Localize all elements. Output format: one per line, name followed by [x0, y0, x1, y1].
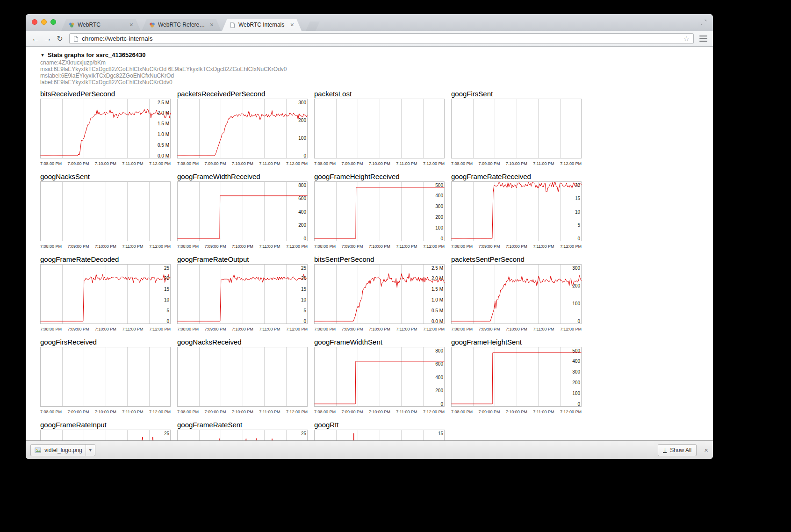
chart-title: googFrameRateReceived [451, 173, 582, 180]
chart-plot [451, 99, 582, 158]
tab-webrtc[interactable]: WebRTC × [61, 19, 141, 31]
fullscreen-icon[interactable] [700, 19, 707, 26]
y-tick-label: 0.5 M [158, 143, 169, 148]
close-downloads-icon[interactable]: × [704, 446, 708, 454]
x-axis-labels: 7:08:00 PM7:09:00 PM7:10:00 PM7:11:00 PM… [177, 409, 308, 415]
address-bar[interactable]: chrome://webrtc-internals ☆ [69, 33, 694, 44]
x-tick-label: 7:08:00 PM [177, 326, 199, 332]
x-tick-label: 7:10:00 PM [95, 326, 116, 332]
y-tick-label: 5 [303, 308, 306, 313]
y-tick-label: 15 [164, 287, 170, 292]
x-axis-labels: 7:08:00 PM7:09:00 PM7:10:00 PM7:11:00 PM… [314, 244, 445, 249]
tab-label: WebRTC [78, 22, 127, 28]
chart-googFrameHeightReceived: googFrameHeightReceived50040030020010007… [314, 173, 445, 249]
download-item[interactable]: vidtel_logo.png ▾ [30, 444, 95, 456]
menu-icon[interactable] [697, 33, 709, 45]
close-tab-icon[interactable]: × [129, 22, 133, 28]
chart-googFrameWidthReceived: googFrameWidthReceived80060040020007:08:… [177, 173, 308, 249]
x-tick-label: 7:09:00 PM [341, 244, 363, 249]
x-tick-label: 7:08:00 PM [40, 244, 62, 249]
chart-googFrameHeightSent: googFrameHeightSent50040030020010007:08:… [451, 338, 582, 415]
chart-plot: 5004003002001000 [451, 347, 582, 407]
x-tick-label: 7:12:00 PM [286, 161, 308, 166]
chart-title: packetsReceivedPerSecond [177, 90, 308, 98]
y-tick-label: 2.0 M [431, 276, 443, 281]
y-tick-label: 0 [577, 236, 580, 241]
x-tick-label: 7:09:00 PM [67, 161, 89, 166]
x-axis-labels: 7:08:00 PM7:09:00 PM7:10:00 PM7:11:00 PM… [314, 409, 445, 415]
x-tick-label: 7:08:00 PM [451, 409, 473, 415]
y-tick-label: 0.0 M [158, 153, 169, 158]
chart-googFrameRateReceived: googFrameRateReceived201510507:08:00 PM7… [451, 173, 582, 249]
x-tick-label: 7:11:00 PM [259, 244, 280, 249]
y-tick-label: 0 [166, 319, 169, 324]
x-tick-label: 7:12:00 PM [286, 244, 308, 249]
x-tick-label: 7:09:00 PM [341, 161, 363, 166]
y-tick-label: 300 [298, 100, 306, 105]
y-tick-label: 15 [301, 287, 307, 292]
zoom-window-button[interactable] [50, 19, 56, 25]
minimize-window-button[interactable] [41, 19, 47, 25]
x-tick-label: 7:11:00 PM [122, 409, 143, 415]
msid-line: msid:6E9laEYkyxIkTCxDgc82ZGoEhlCfxNuCKrO… [40, 66, 713, 72]
chart-title: googFrameRateSent [177, 421, 308, 429]
y-tick-label: 1.5 M [158, 121, 169, 126]
x-tick-label: 7:08:00 PM [451, 161, 473, 166]
y-tick-label: 10 [575, 209, 581, 215]
tab-webrtc-reference-app[interactable]: WebRTC Reference App × [142, 19, 221, 31]
x-tick-label: 7:10:00 PM [369, 244, 390, 249]
x-tick-label: 7:10:00 PM [232, 326, 253, 332]
x-tick-label: 7:11:00 PM [259, 161, 280, 166]
y-tick-label: 0 [577, 319, 580, 324]
chart-packetsLost: packetsLost7:08:00 PM7:09:00 PM7:10:00 P… [314, 90, 445, 166]
x-tick-label: 7:12:00 PM [560, 161, 582, 166]
close-tab-icon[interactable]: × [210, 22, 214, 28]
y-tick-label: 20 [164, 276, 170, 281]
chart-packetsReceivedPerSecond: packetsReceivedPerSecond30020010007:08:0… [177, 90, 308, 166]
y-tick-label: 2.5 M [158, 100, 169, 105]
reload-icon: ↻ [57, 34, 63, 43]
x-tick-label: 7:08:00 PM [177, 409, 199, 415]
chart-plot: 2520151050 [40, 430, 171, 440]
x-tick-label: 7:11:00 PM [259, 409, 280, 415]
forward-button[interactable]: → [42, 33, 54, 45]
close-window-button[interactable] [32, 19, 37, 25]
x-axis-labels: 7:08:00 PM7:09:00 PM7:10:00 PM7:11:00 PM… [451, 326, 582, 332]
x-tick-label: 7:09:00 PM [204, 161, 226, 166]
reload-button[interactable]: ↻ [54, 33, 66, 45]
back-button[interactable]: ← [29, 33, 42, 45]
chevron-down-icon[interactable]: ▾ [86, 445, 95, 456]
y-tick-label: 300 [572, 369, 580, 374]
chart-plot [40, 347, 171, 407]
x-tick-label: 7:09:00 PM [478, 161, 500, 166]
x-tick-label: 7:09:00 PM [67, 409, 89, 415]
x-tick-label: 7:08:00 PM [314, 244, 336, 249]
x-axis-labels: 7:08:00 PM7:09:00 PM7:10:00 PM7:11:00 PM… [40, 244, 171, 249]
x-tick-label: 7:12:00 PM [423, 244, 445, 249]
y-tick-label: 200 [572, 283, 580, 288]
y-tick-label: 25 [301, 266, 307, 271]
new-tab-button[interactable] [306, 22, 320, 31]
tab-webrtc-internals[interactable]: WebRTC Internals × [222, 19, 302, 31]
chart-bitsReceivedPerSecond: bitsReceivedPerSecond2.5 M2.0 M1.5 M1.0 … [40, 90, 171, 166]
show-all-button[interactable]: ↓ Show All [658, 444, 697, 456]
bookmark-star-icon[interactable]: ☆ [683, 35, 690, 43]
y-tick-label: 1.0 M [158, 132, 169, 137]
y-tick-label: 800 [298, 183, 306, 188]
chart-googFrameRateDecoded: googFrameRateDecoded25201510507:08:00 PM… [40, 256, 171, 332]
close-tab-icon[interactable]: × [290, 22, 294, 28]
chart-plot: 151050 [314, 430, 445, 440]
downloads-bar: vidtel_logo.png ▾ ↓ Show All × [26, 440, 713, 459]
y-tick-label: 0 [303, 319, 306, 324]
y-tick-label: 400 [435, 375, 443, 380]
chart-bitsSentPerSecond: bitsSentPerSecond2.5 M2.0 M1.5 M1.0 M0.5… [314, 256, 445, 332]
x-tick-label: 7:12:00 PM [149, 161, 171, 166]
chart-googFirsReceived: googFirsReceived7:08:00 PM7:09:00 PM7:10… [40, 338, 171, 415]
x-tick-label: 7:12:00 PM [423, 409, 445, 415]
stats-graphs-header[interactable]: ▼ Stats graphs for ssrc_4136526430 [40, 51, 713, 58]
y-tick-label: 20 [301, 276, 307, 281]
y-tick-label: 0 [440, 402, 443, 407]
y-tick-label: 0 [577, 402, 580, 407]
chart-plot: 3002001000 [177, 99, 308, 158]
x-tick-label: 7:08:00 PM [40, 409, 62, 415]
